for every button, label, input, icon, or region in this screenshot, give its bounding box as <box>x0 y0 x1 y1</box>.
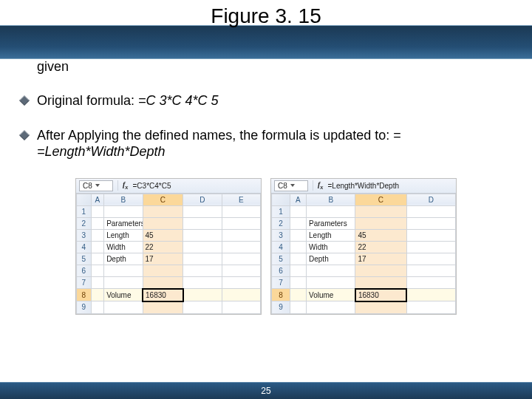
row-header[interactable]: 5 <box>272 253 290 265</box>
cell[interactable] <box>290 241 306 253</box>
cell[interactable]: 16830 <box>355 289 406 301</box>
cell[interactable]: Depth <box>104 253 143 265</box>
cell[interactable] <box>91 276 103 289</box>
row-header[interactable]: 4 <box>272 241 290 253</box>
cell[interactable] <box>222 253 260 265</box>
select-all-corner[interactable] <box>272 194 290 205</box>
row-header[interactable]: 7 <box>272 276 290 289</box>
cell[interactable]: Length <box>104 229 143 241</box>
cell[interactable] <box>355 265 406 276</box>
cell[interactable] <box>290 217 306 229</box>
row-header[interactable]: 3 <box>272 229 290 241</box>
row-header[interactable]: 9 <box>272 301 290 314</box>
cell[interactable] <box>355 301 406 314</box>
cell[interactable]: Parameters <box>104 217 143 229</box>
row-header[interactable]: 9 <box>77 301 92 314</box>
cell[interactable]: 45 <box>143 229 183 241</box>
cell[interactable] <box>355 276 406 289</box>
column-header[interactable]: C <box>143 194 183 205</box>
cell[interactable] <box>104 301 143 314</box>
cell[interactable] <box>355 205 406 217</box>
cell[interactable] <box>222 241 260 253</box>
row-header[interactable]: 5 <box>77 253 92 265</box>
dropdown-icon[interactable] <box>290 184 295 187</box>
row-header[interactable]: 2 <box>272 217 290 229</box>
cell[interactable] <box>91 301 103 314</box>
cell[interactable]: 22 <box>355 241 406 253</box>
cell[interactable] <box>91 253 103 265</box>
row-header[interactable]: 4 <box>77 241 92 253</box>
cell[interactable] <box>355 217 406 229</box>
cell[interactable] <box>290 301 306 314</box>
cell[interactable] <box>183 265 222 276</box>
column-header[interactable]: D <box>406 194 455 205</box>
fx-icon[interactable]: fx <box>123 180 129 191</box>
cell[interactable]: Width <box>104 241 143 253</box>
cell[interactable] <box>406 289 455 301</box>
cell[interactable] <box>183 253 222 265</box>
cell[interactable] <box>91 217 103 229</box>
cell[interactable]: Volume <box>104 289 143 301</box>
cell[interactable] <box>91 229 103 241</box>
row-header[interactable]: 7 <box>77 276 92 289</box>
cell[interactable] <box>406 229 455 241</box>
dropdown-icon[interactable] <box>95 184 100 187</box>
cell[interactable] <box>91 289 103 301</box>
cell[interactable]: Width <box>307 241 355 253</box>
cell[interactable] <box>290 205 306 217</box>
cell[interactable]: 22 <box>143 241 183 253</box>
row-header[interactable]: 8 <box>77 289 92 301</box>
cell[interactable] <box>406 205 455 217</box>
cell[interactable] <box>222 229 260 241</box>
cell[interactable] <box>183 276 222 289</box>
cell[interactable] <box>222 217 260 229</box>
cell[interactable]: 45 <box>355 229 406 241</box>
cell[interactable] <box>143 205 183 217</box>
row-header[interactable]: 1 <box>272 205 290 217</box>
cell[interactable]: Volume <box>307 289 355 301</box>
cell[interactable] <box>307 205 355 217</box>
cell[interactable] <box>183 205 222 217</box>
row-header[interactable]: 1 <box>77 205 92 217</box>
cell[interactable] <box>290 289 306 301</box>
cell[interactable] <box>222 289 260 301</box>
cell[interactable] <box>183 217 222 229</box>
cell[interactable] <box>143 276 183 289</box>
cell[interactable] <box>222 301 260 314</box>
cell[interactable] <box>183 229 222 241</box>
cell[interactable]: 17 <box>143 253 183 265</box>
cell[interactable]: Length <box>307 229 355 241</box>
column-header[interactable]: A <box>91 194 103 205</box>
cell[interactable] <box>183 241 222 253</box>
cell[interactable] <box>91 205 103 217</box>
cell[interactable]: 16830 <box>143 289 183 301</box>
name-box[interactable]: C8 <box>79 180 113 191</box>
row-header[interactable]: 6 <box>272 265 290 276</box>
cell[interactable] <box>222 205 260 217</box>
select-all-corner[interactable] <box>77 194 92 205</box>
column-header[interactable]: D <box>183 194 222 205</box>
cell[interactable] <box>307 265 355 276</box>
cell[interactable] <box>406 241 455 253</box>
cell[interactable] <box>222 276 260 289</box>
cell[interactable] <box>143 265 183 276</box>
cell[interactable] <box>91 241 103 253</box>
worksheet-grid[interactable]: ABCDE12Parameters3Length454Width225Depth… <box>76 194 261 314</box>
row-header[interactable]: 6 <box>77 265 92 276</box>
row-header[interactable]: 8 <box>272 289 290 301</box>
cell[interactable] <box>143 217 183 229</box>
cell[interactable] <box>406 276 455 289</box>
row-header[interactable]: 3 <box>77 229 92 241</box>
cell[interactable] <box>183 289 222 301</box>
column-header[interactable]: B <box>307 194 355 205</box>
cell[interactable] <box>104 205 143 217</box>
cell[interactable] <box>406 253 455 265</box>
cell[interactable] <box>183 301 222 314</box>
column-header[interactable]: E <box>222 194 260 205</box>
cell[interactable] <box>222 265 260 276</box>
cell[interactable] <box>290 265 306 276</box>
name-box[interactable]: C8 <box>274 180 308 191</box>
fx-icon[interactable]: fx <box>318 180 324 191</box>
cell[interactable] <box>406 217 455 229</box>
cell[interactable] <box>104 276 143 289</box>
